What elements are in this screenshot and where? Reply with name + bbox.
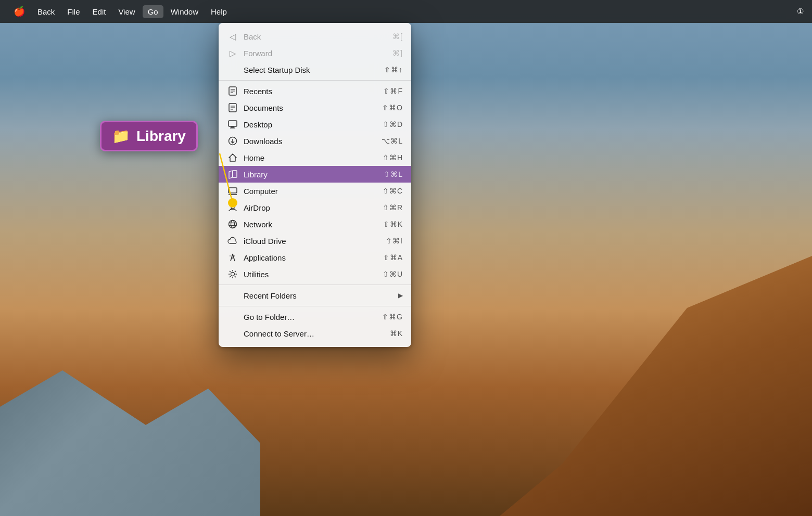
menu-item-back[interactable]: ◁ Back ⌘[ [219, 28, 411, 45]
goto-folder-label: Go to Folder… [244, 313, 382, 321]
connect-server-shortcut: ⌘K [390, 329, 403, 338]
documents-shortcut: ⇧⌘O [382, 104, 403, 112]
svg-line-23 [231, 254, 233, 261]
menu-item-recent-folders[interactable]: Recent Folders ▶ [219, 287, 411, 304]
utilities-shortcut: ⇧⌘U [383, 270, 403, 278]
menu-item-connect-server[interactable]: Connect to Server… ⌘K [219, 325, 411, 342]
computer-label: Computer [244, 187, 383, 196]
library-callout: 📁 Library [100, 121, 198, 151]
apple-menu[interactable]: 🍎 [8, 4, 30, 19]
svg-point-19 [229, 221, 237, 228]
desktop-label: Desktop [244, 120, 383, 129]
menubar-edit[interactable]: Edit [87, 5, 111, 18]
applications-icon [227, 252, 238, 263]
computer-shortcut: ⇧⌘C [383, 187, 403, 195]
svg-rect-15 [233, 171, 237, 177]
downloads-shortcut: ⌥⌘L [382, 137, 403, 145]
forward-icon: ▷ [227, 47, 238, 59]
home-icon [227, 152, 238, 163]
menu-item-forward[interactable]: ▷ Forward ⌘] [219, 45, 411, 61]
svg-rect-10 [231, 126, 234, 127]
svg-point-20 [231, 221, 235, 228]
icloud-shortcut: ⇧⌘I [386, 237, 403, 245]
menu-item-recents[interactable]: Recents ⇧⌘F [219, 83, 411, 99]
menu-item-downloads[interactable]: Downloads ⌥⌘L [219, 133, 411, 149]
control-center-icon[interactable]: ① [797, 7, 804, 16]
menu-section-navigation: ◁ Back ⌘[ ▷ Forward ⌘] Select Startup Di… [219, 26, 411, 80]
goto-folder-shortcut: ⇧⌘G [382, 313, 403, 321]
computer-icon [227, 185, 238, 197]
library-icon [227, 169, 238, 180]
go-menu: ◁ Back ⌘[ ▷ Forward ⌘] Select Startup Di… [219, 23, 411, 347]
downloads-label: Downloads [244, 137, 382, 146]
menu-section-places: Recents ⇧⌘F Documents ⇧⌘O [219, 80, 411, 285]
menu-item-documents[interactable]: Documents ⇧⌘O [219, 99, 411, 116]
menu-item-desktop[interactable]: Desktop ⇧⌘D [219, 116, 411, 133]
library-shortcut: ⇧⌘L [384, 170, 403, 178]
home-label: Home [244, 153, 383, 162]
yellow-dot [228, 198, 237, 208]
airdrop-label: AirDrop [244, 203, 383, 212]
menubar-right: ① [797, 7, 804, 16]
connect-server-label: Connect to Server… [244, 329, 390, 338]
downloads-icon [227, 135, 238, 147]
menu-section-goto: Go to Folder… ⇧⌘G Connect to Server… ⌘K [219, 306, 411, 344]
startup-disk-icon [227, 64, 238, 75]
menu-item-applications[interactable]: Applications ⇧⌘A [219, 249, 411, 266]
svg-marker-14 [229, 154, 236, 161]
menubar-file[interactable]: File [62, 5, 85, 18]
airdrop-shortcut: ⇧⌘R [383, 203, 403, 212]
menu-item-computer[interactable]: Computer ⇧⌘C [219, 183, 411, 199]
menu-item-icloud[interactable]: iCloud Drive ⇧⌘I [219, 233, 411, 249]
menubar-finder[interactable]: Back [32, 5, 60, 18]
icloud-icon [227, 235, 238, 247]
network-icon [227, 218, 238, 230]
back-label: Back [244, 32, 392, 41]
forward-shortcut: ⌘] [392, 49, 403, 57]
connect-server-icon [227, 328, 238, 339]
icloud-label: iCloud Drive [244, 237, 386, 246]
recent-folders-arrow: ▶ [398, 292, 403, 299]
library-annotation-box: 📁 Library [100, 121, 198, 151]
utilities-icon [227, 268, 238, 280]
menu-item-startup-disk[interactable]: Select Startup Disk ⇧⌘↑ [219, 61, 411, 78]
documents-icon [227, 102, 238, 113]
documents-label: Documents [244, 104, 382, 112]
applications-label: Applications [244, 253, 383, 262]
svg-point-27 [231, 273, 235, 276]
svg-line-24 [233, 254, 235, 261]
recents-icon [227, 85, 238, 97]
menu-item-network[interactable]: Network ⇧⌘K [219, 216, 411, 233]
desktop-shortcut: ⇧⌘D [383, 120, 403, 128]
menubar: 🍎 Back File Edit View Go Window Help ① [0, 0, 812, 23]
forward-label: Forward [244, 49, 392, 58]
menu-item-goto-folder[interactable]: Go to Folder… ⇧⌘G [219, 308, 411, 325]
recents-shortcut: ⇧⌘F [383, 87, 403, 95]
home-shortcut: ⇧⌘H [383, 153, 403, 162]
svg-rect-16 [229, 188, 237, 193]
back-icon: ◁ [227, 31, 238, 42]
recent-folders-icon [227, 290, 238, 301]
network-shortcut: ⇧⌘K [383, 220, 403, 228]
recents-label: Recents [244, 87, 383, 96]
library-menu-label: Library [244, 170, 384, 179]
utilities-label: Utilities [244, 270, 383, 279]
library-callout-label: Library [136, 128, 186, 145]
menubar-go[interactable]: Go [143, 5, 163, 18]
startup-disk-shortcut: ⇧⌘↑ [384, 66, 403, 74]
back-shortcut: ⌘[ [392, 32, 403, 41]
menu-item-utilities[interactable]: Utilities ⇧⌘U [219, 266, 411, 282]
menu-item-home[interactable]: Home ⇧⌘H [219, 149, 411, 166]
recent-folders-label: Recent Folders [244, 291, 398, 300]
menubar-window[interactable]: Window [166, 5, 204, 18]
startup-disk-label: Select Startup Disk [244, 66, 384, 74]
menu-item-airdrop[interactable]: AirDrop ⇧⌘R [219, 199, 411, 216]
menubar-view[interactable]: View [113, 5, 140, 18]
network-label: Network [244, 220, 383, 229]
menu-item-library[interactable]: Library ⇧⌘L [219, 166, 411, 183]
applications-shortcut: ⇧⌘A [383, 253, 403, 262]
menu-section-recent-folders: Recent Folders ▶ [219, 285, 411, 306]
menubar-help[interactable]: Help [206, 5, 232, 18]
library-callout-icon: 📁 [112, 127, 130, 145]
goto-folder-icon [227, 311, 238, 322]
